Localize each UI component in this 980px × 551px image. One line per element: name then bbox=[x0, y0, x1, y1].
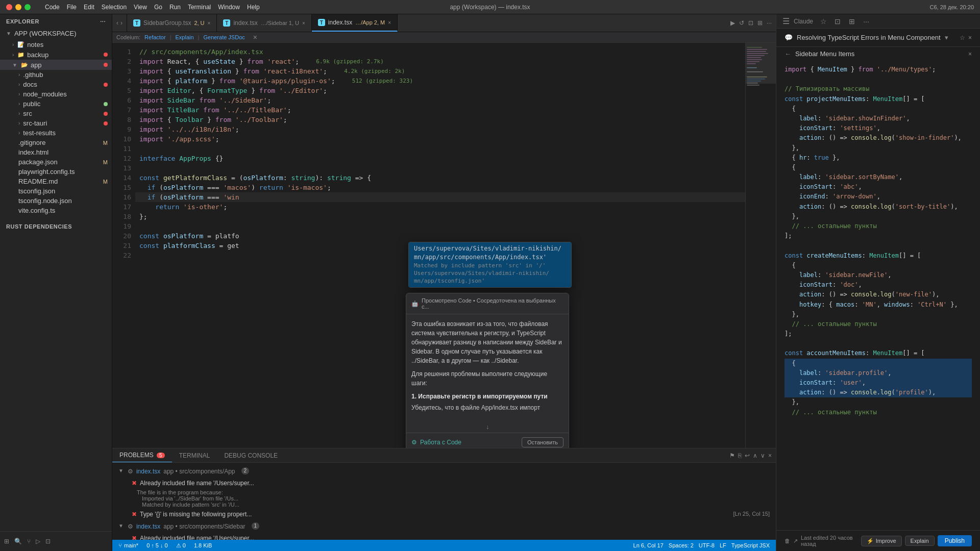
sidebar-item-index-html[interactable]: index.html bbox=[0, 147, 112, 157]
collapse-icon[interactable]: ∨ bbox=[761, 452, 765, 459]
forward-icon[interactable]: › bbox=[120, 19, 122, 27]
gear-icon: ⚙ bbox=[128, 522, 133, 531]
branch-indicator[interactable]: ⑂ main* bbox=[116, 542, 140, 548]
size-indicator[interactable]: 1.8 KiB bbox=[192, 542, 214, 548]
close-chat-icon[interactable]: × bbox=[968, 34, 972, 41]
traffic-lights[interactable] bbox=[6, 4, 31, 10]
star-icon[interactable]: ☆ bbox=[817, 15, 829, 28]
sidebar-item-tsconfig-node[interactable]: tsconfig.node.json bbox=[0, 196, 112, 206]
export-icon[interactable]: ↗ bbox=[793, 538, 798, 544]
sync-indicator[interactable]: 0 ↑ 5 ↓ 0 bbox=[144, 542, 170, 548]
menu-help[interactable]: Help bbox=[247, 4, 260, 11]
refactor-link[interactable]: Refactor bbox=[144, 34, 166, 40]
tab-sidebargroup[interactable]: T SidebarGroup.tsx 2, U × bbox=[127, 14, 217, 32]
position-indicator[interactable]: Ln 6, Col 17 bbox=[631, 542, 666, 548]
sidebar-item-playwright[interactable]: playwright.config.ts bbox=[0, 167, 112, 177]
panel-tab-terminal[interactable]: TERMINAL bbox=[172, 448, 217, 462]
sidebar-item-public[interactable]: › public bbox=[0, 99, 112, 109]
dropdown-chevron-icon[interactable]: ▾ bbox=[945, 34, 948, 41]
close-panel-icon[interactable]: × bbox=[768, 452, 772, 459]
menu-selection[interactable]: Selection bbox=[102, 4, 127, 11]
layout-icon[interactable]: ⊞ bbox=[757, 19, 763, 27]
split-right-icon[interactable]: ⊡ bbox=[831, 15, 844, 28]
issues-indicator[interactable]: ⚠ 0 bbox=[174, 542, 188, 549]
problem-group-2[interactable]: ▼ ⚙ index.tsx app • src/components/Sideb… bbox=[115, 521, 773, 533]
spaces-indicator[interactable]: Spaces: 2 bbox=[667, 542, 696, 548]
trash-icon[interactable]: 🗑 bbox=[785, 538, 790, 544]
tab-index-app[interactable]: T index.tsx …/App 2, M × bbox=[312, 14, 398, 32]
panel-tab-debug[interactable]: DEBUG CONSOLE bbox=[217, 448, 285, 462]
stop-button[interactable]: Остановить bbox=[522, 437, 564, 447]
menu-go[interactable]: Go bbox=[154, 4, 162, 11]
generate-link[interactable]: Generate JSDoc bbox=[203, 34, 244, 40]
tab-close-icon[interactable]: × bbox=[208, 20, 211, 26]
filter-icon[interactable]: ⚑ bbox=[729, 452, 735, 459]
sidebar-item-readme[interactable]: README.md M bbox=[0, 177, 112, 186]
split-icon[interactable]: ⊡ bbox=[748, 19, 753, 27]
sidebar-item-src-tauri[interactable]: › src-tauri bbox=[0, 118, 112, 128]
sidebar-item-node-modules[interactable]: › node_modules bbox=[0, 89, 112, 99]
menu-file[interactable]: File bbox=[67, 4, 77, 11]
layout-toggle-icon[interactable]: ⊞ bbox=[846, 15, 858, 28]
sidebar-item-github[interactable]: › .github bbox=[0, 70, 112, 80]
sidebar-item-src[interactable]: › src bbox=[0, 109, 112, 118]
back-icon[interactable]: ← bbox=[785, 50, 791, 58]
right-panel-menu-icon[interactable]: ☰ bbox=[782, 16, 790, 26]
tab-close-icon[interactable]: × bbox=[388, 20, 391, 26]
minimize-button[interactable] bbox=[15, 4, 21, 10]
menu-terminal[interactable]: Terminal bbox=[188, 4, 211, 11]
close-section-icon[interactable]: × bbox=[968, 51, 972, 58]
autocomplete-item-selected[interactable]: Users/supervova/Sites/vladimir-nikishin/… bbox=[409, 242, 571, 287]
panel-tab-problems[interactable]: PROBLEMS 5 bbox=[112, 448, 172, 462]
improve-button[interactable]: ⚡ Improve bbox=[861, 536, 902, 546]
explain-button[interactable]: Explain bbox=[905, 536, 935, 546]
problem-item-1[interactable]: ✖ Already included file name '/Users/sup… bbox=[115, 478, 773, 489]
maximize-button[interactable] bbox=[24, 4, 31, 10]
bookmark-icon[interactable]: ☆ bbox=[960, 34, 965, 41]
sidebar-item-package-json[interactable]: package.json M bbox=[0, 157, 112, 167]
problem-item-3[interactable]: ✖ Already included file name '/Users/sup… bbox=[115, 533, 773, 540]
sidebar-item-backup[interactable]: › 📁 backup bbox=[0, 49, 112, 60]
codeium-close-icon[interactable]: × bbox=[253, 33, 257, 41]
sidebar-item-app[interactable]: ▼ 📂 app bbox=[0, 60, 112, 70]
menu-code[interactable]: Code bbox=[45, 4, 60, 11]
sidebar-item-gitignore[interactable]: .gitignore M bbox=[0, 138, 112, 147]
wrap-icon[interactable]: ↩ bbox=[745, 452, 750, 459]
encoding-indicator[interactable]: UTF-8 bbox=[697, 542, 717, 548]
close-button[interactable] bbox=[6, 4, 12, 10]
menu-edit[interactable]: Edit bbox=[84, 4, 94, 11]
run-icon[interactable]: ▶ bbox=[730, 19, 735, 27]
sidebar-item-notes[interactable]: › 📝 notes bbox=[0, 39, 112, 49]
sidebar-item-root[interactable]: ▼ APP (WORKSPACE) bbox=[0, 29, 112, 38]
debug-icon[interactable]: ▷ bbox=[36, 538, 40, 545]
autocomplete-popup[interactable]: Users/supervova/Sites/vladimir-nikishin/… bbox=[408, 242, 572, 288]
menu-window[interactable]: Window bbox=[218, 4, 240, 11]
problems-count: 5 bbox=[157, 453, 165, 458]
code-panel[interactable]: import { MenuItem } from '../Menu/types'… bbox=[776, 61, 980, 530]
tab-index-sidebar[interactable]: T index.tsx …/Sidebar 1, U × bbox=[217, 14, 311, 32]
explain-link[interactable]: Explain bbox=[176, 34, 194, 40]
search-icon[interactable]: 🔍 bbox=[14, 538, 22, 545]
back-icon[interactable]: ‹ bbox=[116, 19, 118, 27]
publish-button[interactable]: Publish bbox=[938, 535, 972, 546]
line-ending-indicator[interactable]: LF bbox=[718, 542, 728, 548]
problem-group-1[interactable]: ▼ ⚙ index.tsx app • src/components/App 2 bbox=[115, 466, 773, 478]
sidebar-item-tsconfig[interactable]: tsconfig.json bbox=[0, 186, 112, 196]
menu-run[interactable]: Run bbox=[169, 4, 181, 11]
sidebar-item-test-results[interactable]: › test-results bbox=[0, 128, 112, 138]
problem-item-type[interactable]: ✖ Type '{}' is missing the following pro… bbox=[115, 509, 773, 520]
copy-icon[interactable]: ⎘ bbox=[738, 452, 742, 459]
history-icon[interactable]: ↺ bbox=[739, 19, 744, 27]
sidebar-menu-icon[interactable]: ··· bbox=[100, 18, 106, 24]
more-actions-icon[interactable]: ··· bbox=[860, 15, 872, 28]
tab-close-icon[interactable]: × bbox=[302, 20, 305, 26]
sidebar-item-vite-config[interactable]: vite.config.ts bbox=[0, 206, 112, 215]
language-indicator[interactable]: TypeScript JSX bbox=[729, 542, 772, 548]
git-icon[interactable]: ⑂ bbox=[27, 538, 31, 545]
explorer-icon[interactable]: ⊞ bbox=[4, 538, 9, 545]
menu-view[interactable]: View bbox=[134, 4, 147, 11]
more-icon[interactable]: ··· bbox=[767, 19, 772, 27]
sidebar-item-docs[interactable]: › docs bbox=[0, 80, 112, 89]
expand-icon[interactable]: ∧ bbox=[753, 452, 757, 459]
extensions-icon[interactable]: ⊡ bbox=[45, 538, 51, 545]
